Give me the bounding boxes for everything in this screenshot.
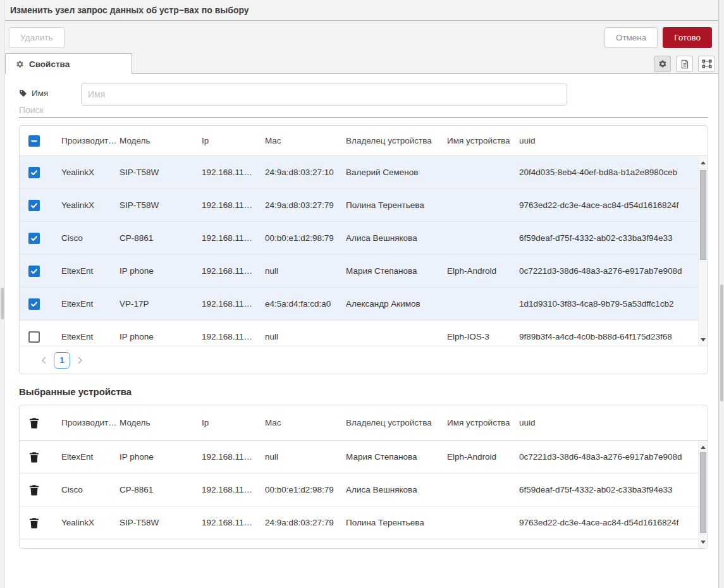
cell-manufacturer: EltexEnt [61,452,120,462]
column-header: Производит… [61,418,120,427]
selected-table-scrollbar-thumb[interactable] [700,452,706,533]
device-table-header: Производит… Модель Ip Mac Владелец устро… [20,126,708,156]
cell-manufacturer: Cisco [61,233,120,243]
row-checkbox[interactable] [28,200,40,211]
chevron-left-icon [41,357,47,364]
delete-button[interactable]: Удалить [9,27,64,48]
done-button[interactable]: Готово [663,27,712,48]
column-header[interactable]: uuid [519,136,698,145]
cell-ip: 192.168.11… [202,485,265,494]
column-header[interactable]: Mac [265,136,346,145]
row-checkbox[interactable] [28,298,40,310]
cell-uuid: 6f59deaf-d75f-4332-ab02-c33ba3f94e33 [519,485,698,494]
window-scrollbar-right[interactable] [719,0,724,588]
cell-mac: null [265,266,346,276]
cell-model: SIP-T58W [120,168,202,177]
cell-manufacturer: Cisco [61,485,120,494]
cell-mac: null [265,452,346,462]
pagination-prev-button[interactable] [41,357,47,364]
cancel-button[interactable]: Отмена [604,27,658,48]
cell-ip: 192.168.11… [202,266,265,276]
table-row[interactable]: EltexEnt VP-17P 192.168.11… e4:5a:d4:fa:… [20,288,698,321]
device-table: Производит… Модель Ip Mac Владелец устро… [19,125,708,374]
cell-manufacturer: EltexEnt [61,332,120,341]
pagination-page-1[interactable]: 1 [54,352,70,369]
cell-device-name: Elph-IOS-3 [447,332,519,341]
gear-icon [658,59,667,68]
trash-icon [29,417,39,429]
cell-mac: 00:b0:e1:d2:98:79 [265,485,346,494]
cell-model: CP-8861 [120,233,202,243]
remove-device-button[interactable] [27,516,41,530]
selected-table-scrollbar[interactable] [698,441,708,548]
chevron-right-icon [77,357,83,364]
device-table-body: YealinkX SIP-T58W 192.168.11… 24:9a:d8:0… [20,156,698,346]
device-table-body-wrap: YealinkX SIP-T58W 192.168.11… 24:9a:d8:0… [20,156,708,346]
row-checkbox[interactable] [28,266,40,277]
cell-owner: Мария Степанова [346,452,447,462]
tab-properties[interactable]: Свойства [5,53,132,74]
window-scrollbar-right-thumb[interactable] [720,285,723,401]
selected-table-body: EltexEnt IP phone 192.168.11… null Мария… [20,441,698,548]
cell-ip: 192.168.11… [202,168,265,177]
table-row[interactable]: YealinkX SIP-T58W 192.168.11… 24:9a:d8:0… [20,156,698,189]
appearance-tab-button[interactable] [698,56,715,72]
cell-model: VP-17P [120,299,202,309]
table-row[interactable]: EltexEnt IP phone 192.168.11… null Мария… [20,255,698,288]
delete-all-selected-button[interactable] [27,416,41,430]
description-tab-button[interactable] [676,56,693,72]
table-row[interactable]: Cisco CP-8861 192.168.11… 00:b0:e1:d2:98… [20,222,698,255]
tray-toolbar: Удалить Отмена Готово [5,21,718,54]
properties-tab-button[interactable] [654,56,671,72]
device-table-scrollbar-thumb[interactable] [700,170,706,260]
column-header: Модель [120,418,202,427]
pagination: 1 [20,346,708,374]
selected-table-row: YealinkX SIP-T58W 192.168.11… 24:9a:d8:0… [20,506,698,539]
cell-manufacturer: YealinkX [61,518,120,527]
row-checkbox[interactable] [28,331,40,343]
cell-manufacturer: EltexEnt [61,266,120,276]
cell-uuid: 0c7221d3-38d6-48a3-a276-e917ab7e908d [519,266,698,276]
cell-mac: null [265,332,346,341]
cell-model: IP phone [120,332,202,341]
selected-devices-title: Выбранные устройства [19,386,718,397]
cell-uuid: 0c7221d3-38d6-48a3-a276-e917ab7e908d [519,452,698,462]
name-label-group: Имя [19,83,81,98]
remove-device-button[interactable] [27,450,41,464]
cell-uuid: 9763ed22-dc3e-4ace-ac84-d54d1616824f [519,200,698,210]
cell-ip: 192.168.11… [202,299,265,309]
selected-table-header: Производит… Модель Ip Mac Владелец устро… [20,405,708,441]
column-header[interactable]: Производит… [61,136,120,145]
scroll-down-icon[interactable] [699,335,708,344]
cell-model: SIP-T58W [120,518,202,527]
cell-ip: 192.168.11… [202,452,265,462]
scroll-up-icon[interactable] [699,158,708,167]
column-header: Имя устройства [447,418,519,427]
trash-icon [29,517,39,529]
column-header: Ip [202,418,265,427]
scroll-up-icon[interactable] [699,443,708,451]
cell-uuid: 9f89b3f4-a4cd-4c0b-b88d-64f175d23f68 [519,332,698,341]
tray-header: Изменить узел запрос данных об устр−вах … [5,0,718,21]
column-header: uuid [519,418,698,427]
column-header[interactable]: Модель [120,136,202,145]
cell-ip: 192.168.11… [202,200,265,210]
window-scrollbar-left[interactable] [0,0,5,588]
row-checkbox[interactable] [28,167,40,178]
name-input[interactable] [81,83,567,106]
column-header[interactable]: Ip [202,136,265,145]
cell-mac: 24:9a:d8:03:27:79 [265,200,346,210]
window-scrollbar-left-thumb[interactable] [1,288,4,319]
column-header[interactable]: Владелец устройства [346,136,447,145]
scroll-down-icon[interactable] [699,537,708,546]
table-row[interactable]: EltexEnt IP phone 192.168.11… null Elph-… [20,321,698,346]
column-header[interactable]: Имя устройства [447,136,519,145]
table-row[interactable]: YealinkX SIP-T58W 192.168.11… 24:9a:d8:0… [20,189,698,222]
remove-device-button[interactable] [27,483,41,497]
cell-device-name: Elph-Android [447,452,519,462]
row-checkbox[interactable] [28,233,40,244]
cell-ip: 192.168.11… [202,518,265,527]
pagination-next-button[interactable] [77,357,83,364]
select-all-checkbox[interactable] [28,135,40,147]
device-table-scrollbar[interactable] [698,156,708,346]
